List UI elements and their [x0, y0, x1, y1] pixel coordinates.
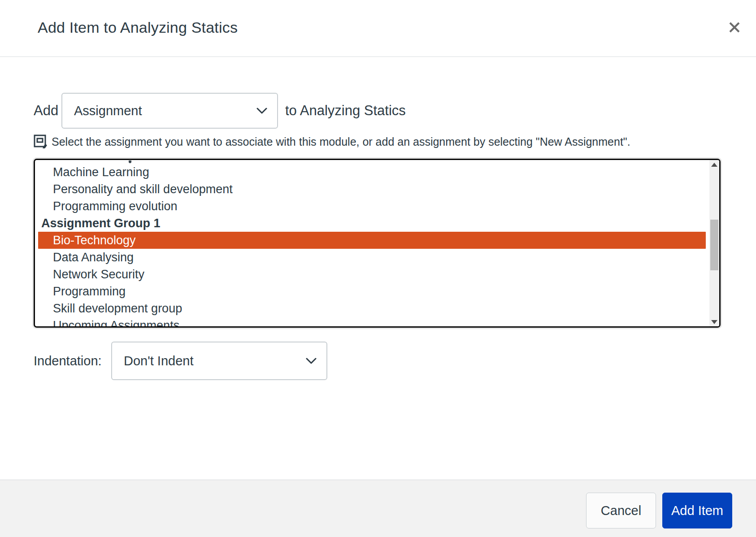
- assignment-option[interactable]: Personality and skill development: [35, 181, 709, 198]
- clipped-row-fragment: [129, 160, 131, 163]
- add-item-button[interactable]: Add Item: [662, 493, 732, 528]
- close-icon: [728, 21, 741, 35]
- assignment-option[interactable]: Programming evolution: [35, 198, 709, 215]
- indentation-select-value: Don't Indent: [124, 342, 193, 379]
- item-type-select-value: Assignment: [74, 94, 142, 128]
- arrow-down-icon: [711, 320, 717, 324]
- modal-footer: Cancel Add Item: [0, 480, 756, 537]
- helper-row: Select the assignment you want to associ…: [33, 134, 630, 150]
- assignment-option[interactable]: Skill development group: [35, 300, 709, 317]
- close-button[interactable]: [725, 18, 744, 38]
- cancel-button[interactable]: Cancel: [586, 493, 656, 528]
- module-name-label: to Analyzing Statics: [285, 93, 406, 129]
- indentation-select[interactable]: Don't Indent: [111, 342, 327, 380]
- arrow-up-icon: [711, 163, 717, 167]
- scrollbar-thumb[interactable]: [710, 220, 718, 270]
- helper-text: Select the assignment you want to associ…: [52, 135, 630, 148]
- indentation-label: Indentation:: [34, 342, 102, 380]
- assignment-option[interactable]: Programming: [35, 283, 709, 300]
- assignment-group-header: Assignment Group 1: [35, 215, 709, 232]
- assignment-option[interactable]: Data Analysing: [35, 249, 709, 266]
- modal-title: Add Item to Analyzing Statics: [38, 19, 238, 36]
- assignment-option[interactable]: Bio-Technology: [38, 232, 706, 249]
- listbox-scrollbar[interactable]: [709, 160, 719, 326]
- assignment-option[interactable]: Machine Learning: [35, 164, 709, 181]
- assignment-icon: [33, 133, 48, 150]
- assignment-listbox[interactable]: Machine LearningPersonality and skill de…: [34, 159, 721, 328]
- assignment-option[interactable]: Network Security: [35, 266, 709, 283]
- item-type-select[interactable]: Assignment: [61, 93, 278, 129]
- chevron-down-icon: [256, 108, 267, 116]
- chevron-down-icon: [306, 358, 317, 366]
- scroll-down-button[interactable]: [709, 317, 719, 326]
- add-label: Add: [34, 93, 58, 129]
- assignment-option[interactable]: Upcoming Assignments: [35, 317, 709, 328]
- assignment-list-rows: Machine LearningPersonality and skill de…: [35, 164, 709, 328]
- scroll-up-button[interactable]: [709, 160, 719, 169]
- modal-header: Add Item to Analyzing Statics: [0, 0, 756, 57]
